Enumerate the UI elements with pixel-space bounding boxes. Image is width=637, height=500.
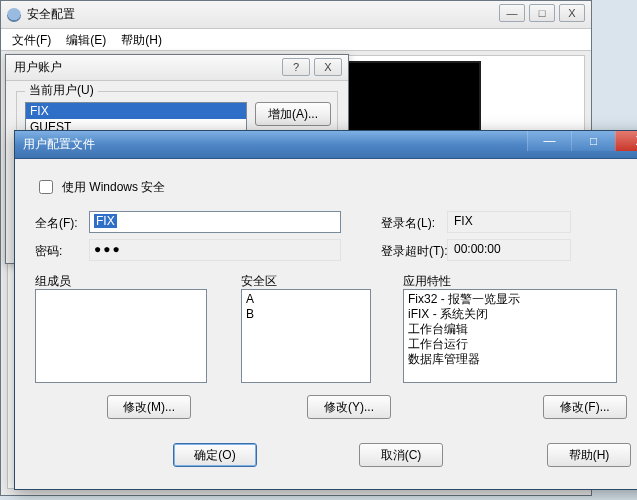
app-features-label: 应用特性 — [403, 273, 451, 290]
modify-members-button[interactable]: 修改(M)... — [107, 395, 191, 419]
login-name-field[interactable]: FIX — [447, 211, 571, 233]
use-windows-security-checkbox[interactable] — [39, 180, 53, 194]
menu-edit[interactable]: 编辑(E) — [61, 30, 111, 51]
list-item[interactable]: Fix32 - 报警一览显示 — [408, 292, 612, 307]
menu-help[interactable]: 帮助(H) — [116, 30, 167, 51]
list-item[interactable]: iFIX - 系统关闭 — [408, 307, 612, 322]
cancel-button[interactable]: 取消(C) — [359, 443, 443, 467]
titlebar[interactable]: 用户配置文件 — □ X — [15, 131, 637, 159]
user-profile-dialog: 用户配置文件 — □ X 使用 Windows 安全 全名(F): FIX 密码… — [14, 130, 637, 490]
password-label: 密码: — [35, 243, 62, 260]
group-members-label: 组成员 — [35, 273, 71, 290]
fullname-field[interactable]: FIX — [89, 211, 341, 233]
close-button[interactable]: X — [314, 58, 342, 76]
minimize-button[interactable]: — — [499, 4, 525, 22]
menubar: 文件(F) 编辑(E) 帮助(H) — [1, 29, 591, 51]
login-timeout-field[interactable]: 00:00:00 — [447, 239, 571, 261]
password-field[interactable]: ●●● — [89, 239, 341, 261]
titlebar[interactable]: 安全配置 — □ X — [1, 1, 591, 29]
fullname-label: 全名(F): — [35, 215, 78, 232]
login-name-label: 登录名(L): — [381, 215, 435, 232]
maximize-button[interactable]: □ — [571, 131, 615, 151]
dialog-body: 使用 Windows 安全 全名(F): FIX 密码: ●●● 登录名(L):… — [23, 165, 637, 481]
modify-zone-button[interactable]: 修改(Y)... — [307, 395, 391, 419]
list-item[interactable]: B — [246, 307, 366, 322]
dialog-title: 用户配置文件 — [23, 136, 95, 153]
list-item[interactable]: FIX — [26, 103, 246, 119]
close-button[interactable]: X — [615, 131, 637, 151]
titlebar[interactable]: 用户账户 ? X — [6, 55, 348, 81]
list-item[interactable]: 工作台运行 — [408, 337, 612, 352]
window-title: 安全配置 — [27, 6, 75, 23]
use-windows-security-label: 使用 Windows 安全 — [62, 179, 165, 196]
help-button[interactable]: ? — [282, 58, 310, 76]
ok-button[interactable]: 确定(O) — [173, 443, 257, 467]
maximize-button[interactable]: □ — [529, 4, 555, 22]
add-button[interactable]: 增加(A)... — [255, 102, 331, 126]
security-zone-listbox[interactable]: A B — [241, 289, 371, 383]
menu-file[interactable]: 文件(F) — [7, 30, 56, 51]
list-item[interactable]: 数据库管理器 — [408, 352, 612, 367]
minimize-button[interactable]: — — [527, 131, 571, 151]
login-timeout-label: 登录超时(T): — [381, 243, 448, 260]
dialog-title: 用户账户 — [14, 59, 62, 76]
group-label: 当前用户(U) — [25, 82, 98, 99]
group-members-listbox[interactable] — [35, 289, 207, 383]
close-button[interactable]: X — [559, 4, 585, 22]
app-icon — [7, 8, 21, 22]
modify-features-button[interactable]: 修改(F)... — [543, 395, 627, 419]
security-zone-label: 安全区 — [241, 273, 277, 290]
help-button[interactable]: 帮助(H) — [547, 443, 631, 467]
fullname-value: FIX — [94, 214, 117, 228]
list-item[interactable]: 工作台编辑 — [408, 322, 612, 337]
list-item[interactable]: A — [246, 292, 366, 307]
app-features-listbox[interactable]: Fix32 - 报警一览显示 iFIX - 系统关闭 工作台编辑 工作台运行 数… — [403, 289, 617, 383]
